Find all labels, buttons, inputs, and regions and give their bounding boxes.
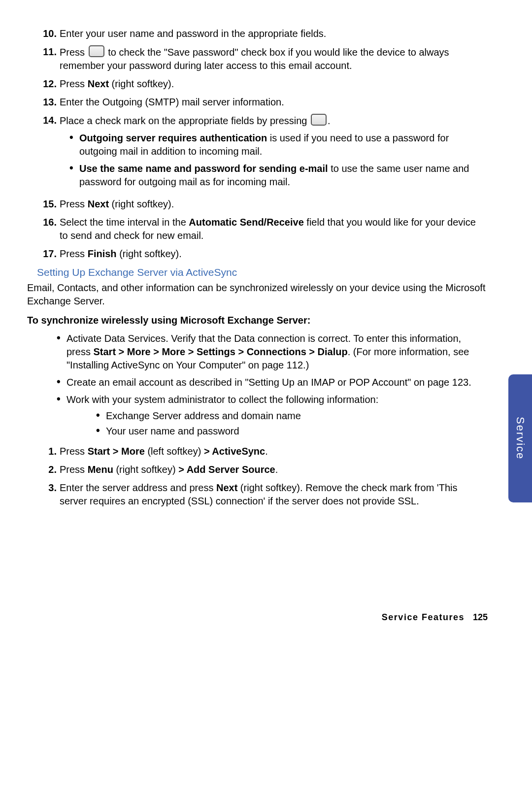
numbered-list-c: 1. Press Start > More (left softkey) > A… — [27, 445, 488, 508]
step-number: 3. — [27, 481, 60, 508]
sub-bullet-list: • Exchange Server address and domain nam… — [66, 409, 378, 438]
bold-text: Automatic Send/Receive — [189, 217, 303, 228]
side-tab: Service — [508, 374, 532, 502]
step-15: 15. Press Next (right softkey). — [27, 198, 488, 211]
bullet-text: Activate Data Services. Verify that the … — [66, 332, 488, 372]
footer-page-number: 125 — [473, 612, 488, 622]
sub-bullet-item: • Exchange Server address and domain nam… — [96, 409, 378, 423]
section-heading: Setting Up Exchange Server via ActiveSyn… — [37, 266, 488, 279]
text: Press — [60, 47, 88, 58]
bold-text: Start > More — [88, 446, 148, 457]
step-number: 12. — [27, 77, 60, 91]
step-text: Enter the server address and press Next … — [60, 481, 488, 508]
step-text: Place a check mark on the appropriate fi… — [60, 114, 488, 193]
step-number: 17. — [27, 247, 60, 261]
step-11: 11. Press to check the "Save password" c… — [27, 45, 488, 72]
bullet-dot-icon: • — [57, 393, 66, 440]
bullet-dot-icon: • — [69, 132, 79, 158]
bullet-dot-icon: • — [69, 162, 79, 189]
text: Press — [60, 248, 88, 259]
step-number: 2. — [27, 463, 60, 476]
text: Work with your system administrator to c… — [66, 394, 378, 405]
bold-text: Next — [216, 482, 237, 493]
step-text: Enter the Outgoing (SMTP) mail server in… — [60, 96, 488, 109]
step-2: 2. Press Menu (right softkey) > Add Serv… — [27, 463, 488, 476]
step-number: 10. — [27, 27, 60, 40]
page-footer: Service Features 125 — [382, 611, 488, 623]
step-number: 11. — [27, 45, 60, 72]
bullet-dot-icon: • — [96, 409, 106, 423]
text: (right softkey). — [109, 199, 174, 209]
footer-section-title: Service Features — [382, 612, 465, 622]
text: Press — [60, 464, 88, 475]
step-14: 14. Place a check mark on the appropriat… — [27, 114, 488, 193]
step-text: Select the time interval in the Automati… — [60, 216, 488, 242]
bullet-dot-icon: • — [57, 332, 66, 372]
text: . — [328, 115, 331, 126]
button-key-icon — [311, 114, 327, 126]
numbered-list-a: 10. Enter your user name and password in… — [27, 27, 488, 261]
step-text: Press Menu (right softkey) > Add Server … — [60, 463, 488, 476]
step-12: 12. Press Next (right softkey). — [27, 77, 488, 91]
step-text: Press Next (right softkey). — [60, 77, 488, 91]
section-subheading: To synchronize wirelessly using Microsof… — [27, 314, 488, 327]
bold-text: > ActiveSync — [204, 446, 265, 457]
bullet-item: • Outgoing server requires authenticatio… — [69, 132, 483, 158]
step-text: Press Finish (right softkey). — [60, 247, 488, 261]
bullet-item: • Use the same name and password for sen… — [69, 162, 483, 189]
text: . — [275, 464, 278, 475]
bullet-text: Create an email account as described in … — [66, 376, 471, 389]
text: (right softkey) — [113, 464, 178, 475]
text: (right softkey). — [109, 78, 174, 89]
bullet-list: • Outgoing server requires authenticatio… — [60, 132, 483, 189]
step-number: 15. — [27, 198, 60, 211]
step-3: 3. Enter the server address and press Ne… — [27, 481, 488, 508]
bullet-item: • Create an email account as described i… — [57, 376, 488, 389]
text: (right softkey). — [117, 248, 182, 259]
bullet-item: • Work with your system administrator to… — [57, 393, 488, 440]
bullet-text: Use the same name and password for sendi… — [79, 162, 483, 189]
bullet-dot-icon: • — [96, 425, 106, 438]
section-paragraph: Email, Contacts, and other information c… — [27, 281, 488, 308]
text: Select the time interval in the — [60, 217, 189, 228]
step-number: 14. — [27, 114, 60, 193]
step-10: 10. Enter your user name and password in… — [27, 27, 488, 40]
step-13: 13. Enter the Outgoing (SMTP) mail serve… — [27, 96, 488, 109]
step-number: 16. — [27, 216, 60, 242]
bold-text: Use the same name and password for sendi… — [79, 163, 328, 174]
bullet-dot-icon: • — [57, 376, 66, 389]
bold-text: > Add Server Source — [178, 464, 275, 475]
bullet-text: Work with your system administrator to c… — [66, 393, 378, 440]
text: Place a check mark on the appropriate fi… — [60, 115, 310, 126]
bold-text: Next — [88, 199, 109, 209]
text: Press — [60, 199, 88, 209]
step-text: Press to check the "Save password" check… — [60, 45, 488, 72]
bold-text: Next — [88, 78, 109, 89]
button-key-icon — [89, 45, 104, 57]
sub-bullet-text: Your user name and password — [106, 425, 239, 438]
text: . — [265, 446, 268, 457]
bold-text: Finish — [88, 248, 117, 259]
sub-bullet-item: • Your user name and password — [96, 425, 378, 438]
page-content: 10. Enter your user name and password in… — [0, 0, 532, 508]
step-text: Press Start > More (left softkey) > Acti… — [60, 445, 488, 458]
side-tab-label: Service — [513, 417, 528, 460]
step-number: 13. — [27, 96, 60, 109]
bold-text: Menu — [88, 464, 113, 475]
bullet-list-b: • Activate Data Services. Verify that th… — [27, 332, 488, 440]
text: Enter the server address and press — [60, 482, 216, 493]
text: Press — [60, 446, 88, 457]
step-17: 17. Press Finish (right softkey). — [27, 247, 488, 261]
step-text: Enter your user name and password in the… — [60, 27, 488, 40]
step-number: 1. — [27, 445, 60, 458]
step-16: 16. Select the time interval in the Auto… — [27, 216, 488, 242]
text: (left softkey) — [147, 446, 203, 457]
bullet-item: • Activate Data Services. Verify that th… — [57, 332, 488, 372]
step-1: 1. Press Start > More (left softkey) > A… — [27, 445, 488, 458]
sub-bullet-text: Exchange Server address and domain name — [106, 409, 301, 423]
bold-text: Outgoing server requires authentication — [79, 133, 267, 143]
bold-text: Start > More > More > Settings > Connect… — [93, 346, 347, 357]
bullet-text: Outgoing server requires authentication … — [79, 132, 483, 158]
text: Press — [60, 78, 88, 89]
text: to check the "Save password" check box i… — [60, 47, 449, 71]
